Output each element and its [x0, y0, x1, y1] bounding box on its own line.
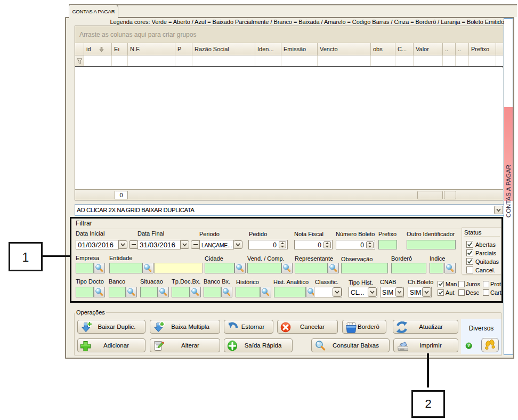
svg-text:?: ?: [467, 343, 470, 348]
